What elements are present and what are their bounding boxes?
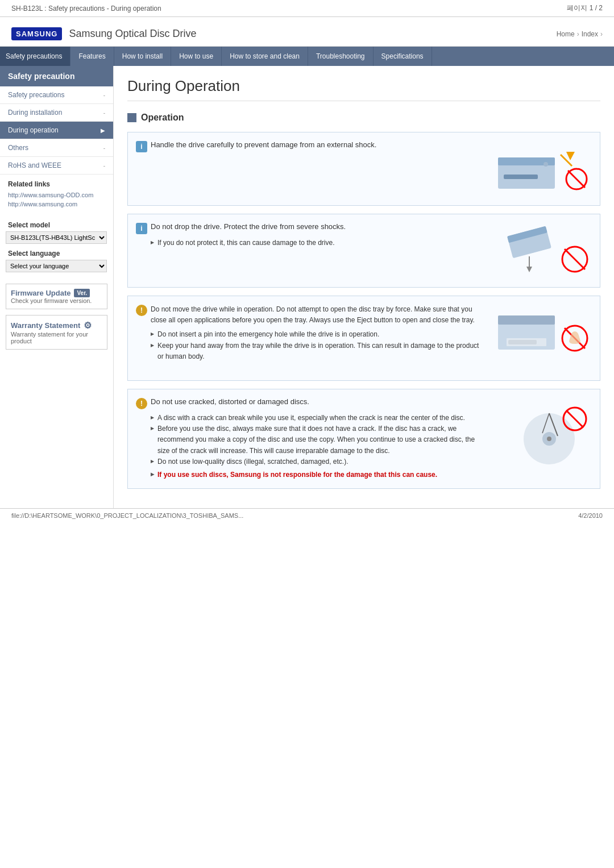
instruction-3-image [489,304,592,372]
svg-line-8 [568,171,585,188]
nav-sep2: › [600,30,603,38]
sidebar-item-rohs[interactable]: RoHS and WEEE - [0,157,113,175]
tray-illustration [492,304,589,372]
warranty-icon: ⚙ [84,320,92,331]
section-title: Operation [127,113,600,123]
instruction-2-header: i Do not drop the drive. Protect the dri… [136,222,480,234]
header-brand: Samsung Optical Disc Drive [69,28,196,40]
sidebar: Safety precaution Safety precautions - D… [0,66,114,508]
instruction-4-text: ! Do not use cracked, distorted or damag… [136,397,480,480]
main-content: During Operation Operation i Handle the … [114,66,614,508]
samsung-odd-link[interactable]: http://www.samsung-ODD.com [8,192,105,198]
drive-shock-illustration [492,140,589,197]
tab-how-to-store[interactable]: How to store and clean [222,47,308,66]
sidebar-related: Related links http://www.samsung-ODD.com… [0,175,113,215]
svg-line-14 [565,249,585,269]
instruction-3-bullets: Do not insert a pin into the emergency h… [151,329,480,362]
language-select[interactable]: Select your language [6,260,107,272]
firmware-badge: Ver. [74,289,90,297]
related-links-title: Related links [8,180,105,188]
instruction-4: ! Do not use cracked, distorted or damag… [127,389,600,489]
info-badge-1: i [136,141,147,152]
info-badge-2: i [136,223,147,234]
svg-marker-6 [566,152,575,160]
instruction-2-bullets: If you do not protect it, this can cause… [151,238,480,248]
index-link[interactable]: Index [582,30,598,38]
bullet-item: If you do not protect it, this can cause… [151,238,480,248]
svg-rect-4 [544,162,548,167]
section-icon [127,113,136,122]
disc-illustration [492,405,589,473]
bottom-bar: file://D:\HEARTSOME_WORK\0_PROJECT_LOCAL… [0,508,614,522]
header: SAMSUNG Samsung Optical Disc Drive Home … [0,17,614,47]
header-left: SAMSUNG Samsung Optical Disc Drive [11,27,197,40]
tab-troubleshooting[interactable]: Troubleshooting [308,47,374,66]
instruction-4-image [489,397,592,480]
instruction-1-header: i Handle the drive carefully to prevent … [136,140,480,152]
warranty-title: Warranty Statement ⚙ [11,320,102,331]
bottom-path: file://D:\HEARTSOME_WORK\0_PROJECT_LOCAL… [11,512,243,519]
bottom-date: 4/2/2010 [578,512,603,519]
sidebar-item-during-operation[interactable]: During operation ▶ [0,122,113,139]
instruction-3-text: ! Do not move the drive while in operati… [136,304,480,372]
svg-marker-12 [526,267,532,272]
drop-illustration [492,222,589,279]
bullet-item: Do not insert a pin into the emergency h… [151,329,480,340]
samsung-link[interactable]: http://www.samsung.com [8,201,105,207]
svg-rect-3 [504,175,538,179]
model-select[interactable]: SH-B123L(TS-HB43L) LightScril [6,231,107,244]
firmware-desc: Check your firmware version. [11,297,102,304]
home-link[interactable]: Home [557,30,575,38]
instruction-2-image [489,222,592,279]
svg-rect-16 [498,315,555,325]
nav-tabs: Safety precautions Features How to insta… [0,47,614,66]
warranty-block[interactable]: Warranty Statement ⚙ Warranty statement … [6,315,107,350]
instruction-3: ! Do not move the drive while in operati… [127,296,600,381]
bullet-item: Before you use the disc, always make sur… [151,423,480,456]
header-nav: Home › Index › [557,30,603,38]
warranty-desc: Warranty statement for your product [11,331,102,344]
select-language-title: Select language [8,250,105,258]
highlight-bullet: If you use such discs, Samsung is not re… [151,470,480,480]
instruction-4-highlight: If you use such discs, Samsung is not re… [151,470,480,480]
sidebar-item-during-installation[interactable]: During installation - [0,104,113,122]
tab-features[interactable]: Features [70,47,114,66]
instruction-1: i Handle the drive carefully to prevent … [127,132,600,206]
content-area: Safety precaution Safety precautions - D… [0,66,614,508]
tab-how-to-install[interactable]: How to install [114,47,171,66]
instruction-2-text: i Do not drop the drive. Protect the dri… [136,222,480,279]
sidebar-item-others[interactable]: Others - [0,139,113,157]
tab-specifications[interactable]: Specifications [374,47,432,66]
instruction-3-header: ! Do not move the drive while in operati… [136,304,480,326]
instruction-2: i Do not drop the drive. Protect the dri… [127,214,600,288]
svg-rect-18 [508,340,537,344]
firmware-update-block[interactable]: Firmware Update Ver. Check your firmware… [6,284,107,309]
sidebar-section-title: Safety precaution [0,66,113,86]
top-bar-title: SH-B123L : Safety precautions - During o… [11,5,161,13]
tab-how-to-use[interactable]: How to use [171,47,222,66]
top-bar-page: 페이지 1 / 2 [567,3,603,13]
sidebar-item-safety-precautions[interactable]: Safety precautions - [0,86,113,104]
bullet-item: A disc with a crack can break while you … [151,413,480,423]
firmware-title: Firmware Update Ver. [11,289,102,297]
nav-sep1: › [577,30,579,38]
select-model-title: Select model [8,221,105,229]
instruction-4-main-text: Do not use cracked, distorted or damaged… [151,397,309,406]
warn-badge-1: ! [136,305,147,316]
bullet-item: Keep your hand away from the tray while … [151,340,480,362]
svg-rect-0 [127,113,136,122]
bullet-item: Do not use low-quality discs (illegal, s… [151,456,480,467]
page-title: During Operation [127,77,600,101]
samsung-logo: SAMSUNG [11,27,62,40]
warn-badge-2: ! [136,398,147,409]
instruction-1-image [489,140,592,197]
instruction-3-main-text: Do not move the drive while in operation… [151,304,480,326]
top-bar: SH-B123L : Safety precautions - During o… [0,0,614,17]
instruction-4-bullets: A disc with a crack can break while you … [151,413,480,467]
instruction-1-text: i Handle the drive carefully to prevent … [136,140,480,197]
instruction-4-header: ! Do not use cracked, distorted or damag… [136,397,480,409]
tab-safety-precautions[interactable]: Safety precautions [0,47,70,66]
svg-point-23 [547,437,551,441]
